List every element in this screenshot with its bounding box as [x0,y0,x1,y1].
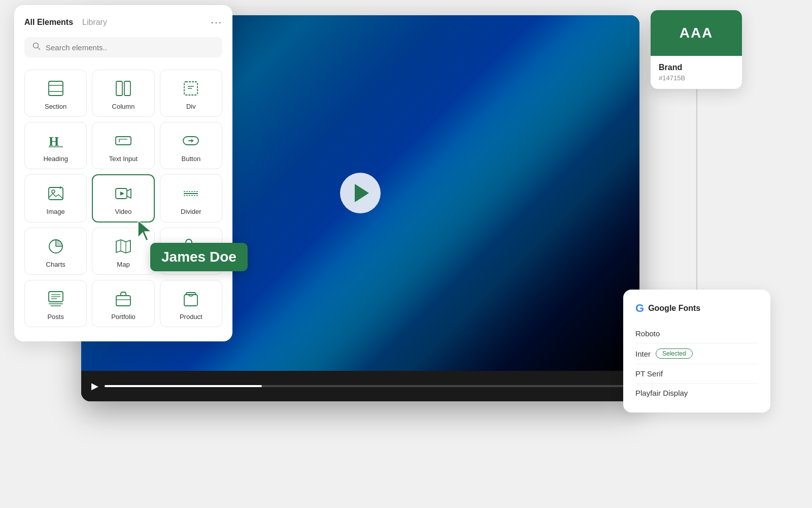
element-label-charts: Charts [46,261,65,268]
font-item-roboto[interactable]: Roboto [635,324,758,343]
fonts-header: G Google Fonts [635,302,758,315]
svg-point-18 [52,190,55,193]
drag-tooltip: James Doe [150,243,248,271]
element-item-button[interactable]: Button [160,122,222,169]
element-item-text-input[interactable]: Text Input [92,122,154,169]
element-label-portfolio: Portfolio [111,313,136,321]
element-label-product: Product [180,313,202,321]
brand-hex: #14715B [659,74,734,82]
element-label-heading: Heading [43,155,67,163]
element-label-image: Image [47,208,65,215]
element-item-posts[interactable]: Posts [24,280,87,327]
brand-info: Brand #14715B [651,56,742,89]
video-controls: ▶ [81,371,639,401]
font-item-pt-serif[interactable]: PT Serif [635,364,758,384]
element-label-text-input: Text Input [109,155,138,163]
element-item-column[interactable]: Column [92,70,154,117]
element-item-product[interactable]: Product [160,280,222,327]
font-name-pt-serif: PT Serif [635,369,663,378]
svg-text:+: + [59,185,62,190]
svg-rect-2 [49,81,63,96]
elements-panel: All Elements Library ··· Section [14,5,232,341]
brand-aaa-text: AAA [680,25,714,41]
element-item-image[interactable]: + Image [24,174,87,223]
element-item-portfolio[interactable]: Portfolio [92,280,154,327]
progress-bar[interactable] [105,385,629,387]
svg-rect-12 [116,137,131,145]
search-icon [32,42,41,52]
brand-connector-line [696,56,697,300]
panel-header: All Elements Library ··· [24,16,222,28]
fonts-title: Google Fonts [648,304,700,313]
font-item-inter[interactable]: Inter Selected [635,343,758,364]
element-label-video: Video [115,208,131,215]
element-item-video[interactable]: Video [92,174,154,223]
brand-color-swatch: AAA [651,10,742,56]
font-name-playfair: Playfair Display [635,389,688,397]
element-label-column: Column [112,103,135,110]
svg-line-1 [38,48,40,50]
svg-marker-26 [116,240,130,253]
font-name-inter: Inter [635,350,651,358]
elements-grid: Section Column Div H Heading [24,70,222,327]
element-item-heading[interactable]: H Heading [24,122,87,169]
progress-fill [105,385,262,387]
play-button[interactable] [340,173,381,213]
element-label-posts: Posts [47,313,64,321]
element-label-button: Button [182,155,201,163]
brand-color-card: AAA Brand #14715B [651,10,742,89]
font-item-playfair[interactable]: Playfair Display [635,384,758,402]
element-item-section[interactable]: Section [24,70,87,117]
fonts-card: G Google Fonts Roboto Inter Selected PT … [623,290,770,412]
panel-menu-button[interactable]: ··· [211,16,222,28]
google-g-icon: G [635,302,644,315]
element-item-divider[interactable]: Divider [160,174,222,223]
brand-name: Brand [659,63,734,72]
selected-badge: Selected [656,348,693,359]
tab-library[interactable]: Library [82,18,107,27]
element-item-div[interactable]: Div [160,70,222,117]
panel-tabs: All Elements Library [24,18,107,27]
element-item-charts[interactable]: Charts [24,228,87,275]
search-box [24,37,222,57]
svg-marker-21 [120,192,124,196]
element-label-map: Map [117,261,129,268]
control-play-icon[interactable]: ▶ [91,380,98,392]
element-label-div: Div [186,103,196,110]
tab-all-elements[interactable]: All Elements [24,18,73,27]
font-name-roboto: Roboto [635,329,660,338]
svg-rect-6 [124,81,130,96]
svg-rect-38 [116,296,130,306]
svg-rect-5 [116,81,122,96]
element-label-section: Section [45,103,66,110]
element-label-divider: Divider [181,208,201,215]
search-input[interactable] [46,43,214,52]
